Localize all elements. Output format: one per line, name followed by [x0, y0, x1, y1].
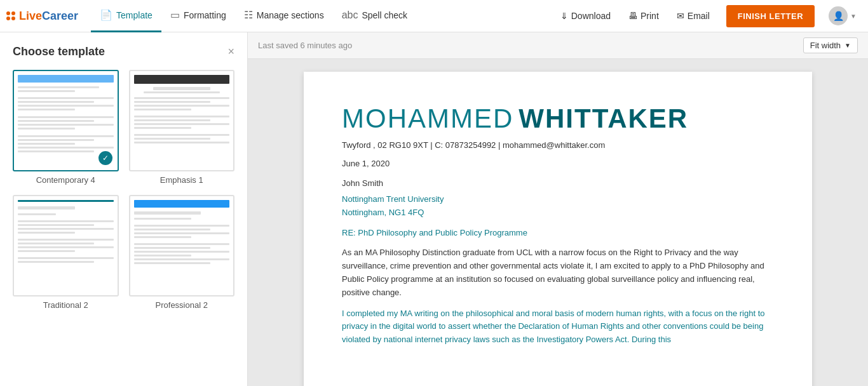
doc-body-paragraph1: As an MA Philosophy Distinction graduate… — [342, 246, 774, 299]
sections-icon: ☷ — [244, 9, 253, 21]
logo-dot-4 — [11, 17, 15, 20]
doc-body-paragraph2: I completed my MA writing on the philoso… — [342, 307, 774, 347]
avatar-button[interactable]: 👤 ▼ — [824, 6, 862, 25]
template-thumb-traditional2[interactable] — [13, 195, 119, 296]
doc-name-line: MOHAMMED WHITTAKER — [342, 103, 774, 134]
template-thumb-emphasis1[interactable] — [129, 70, 235, 171]
document-page: MOHAMMED WHITTAKER Twyford , 02 RG10 9XT… — [304, 72, 812, 386]
template-panel: Choose template × — [0, 32, 248, 386]
logo[interactable]: LiveCareer — [6, 10, 78, 23]
avatar: 👤 — [829, 6, 848, 25]
doc-re-line: RE: PhD Philosophy and Public Policy Pro… — [342, 228, 774, 237]
panel-title: Choose template — [13, 45, 105, 58]
content-area: Last saved 6 minutes ago Fit width ▼ MOH… — [248, 32, 868, 386]
email-label: Email — [688, 11, 710, 21]
spell-check-label: Spell check — [362, 10, 407, 20]
logo-dot-2 — [11, 11, 15, 15]
template-name-emphasis1: Emphasis 1 — [129, 175, 235, 185]
nav-template[interactable]: 📄 Template — [91, 0, 161, 32]
email-action[interactable]: ✉ Email — [669, 0, 717, 32]
main: Choose template × — [0, 32, 868, 386]
nav-manage-sections[interactable]: ☷ Manage sections — [235, 0, 333, 32]
doc-recipient-org: Nottingham Trent University — [342, 193, 774, 206]
close-panel-button[interactable]: × — [227, 45, 234, 58]
template-card-professional2[interactable]: Professional 2 — [129, 195, 235, 310]
logo-dot-3 — [6, 17, 10, 20]
download-action[interactable]: ⇓ Download — [553, 0, 618, 32]
nav-formatting[interactable]: ▭ Formatting — [161, 0, 235, 32]
panel-header: Choose template × — [13, 45, 234, 58]
template-card-traditional2[interactable]: Traditional 2 — [13, 195, 119, 310]
template-label: Template — [116, 10, 153, 20]
template-grid: ✓ Contemporary 4 — [13, 70, 234, 310]
fit-width-dropdown[interactable]: Fit width ▼ — [803, 37, 858, 53]
doc-recipient-name: John Smith — [342, 177, 774, 190]
doc-wrapper: MOHAMMED WHITTAKER Twyford , 02 RG10 9XT… — [248, 59, 868, 386]
email-icon: ✉ — [677, 11, 684, 21]
navbar: LiveCareer 📄 Template ▭ Formatting ☷ Man… — [0, 0, 868, 32]
selected-check-icon: ✓ — [98, 151, 112, 165]
nav-right: ⇓ Download 🖶 Print ✉ Email FINISH LETTER… — [553, 0, 862, 32]
template-thumb-professional2[interactable] — [129, 195, 235, 296]
template-card-contemporary4[interactable]: ✓ Contemporary 4 — [13, 70, 119, 185]
template-name-traditional2: Traditional 2 — [13, 300, 119, 310]
spellcheck-icon: abc — [342, 10, 358, 21]
print-label: Print — [641, 11, 659, 21]
formatting-icon: ▭ — [170, 9, 180, 21]
last-saved-text: Last saved 6 minutes ago — [258, 41, 352, 50]
manage-sections-label: Manage sections — [257, 10, 324, 20]
template-icon: 📄 — [100, 9, 112, 21]
logo-dot-1 — [6, 11, 10, 15]
fit-width-label: Fit width — [810, 41, 841, 50]
template-card-emphasis1[interactable]: Emphasis 1 — [129, 70, 235, 185]
finish-letter-button[interactable]: FINISH LETTER — [726, 5, 815, 27]
template-thumb-contemporary4[interactable]: ✓ — [13, 70, 119, 171]
doc-firstname: MOHAMMED — [342, 103, 513, 134]
nav-items: 📄 Template ▭ Formatting ☷ Manage section… — [91, 0, 553, 32]
avatar-chevron-icon: ▼ — [850, 13, 857, 20]
doc-contact: Twyford , 02 RG10 9XT | C: 07873254992 |… — [342, 140, 774, 150]
template-name-professional2: Professional 2 — [129, 300, 235, 310]
fit-width-chevron-icon: ▼ — [844, 42, 851, 49]
print-icon: 🖶 — [628, 11, 637, 21]
doc-date: June 1, 2020 — [342, 159, 774, 168]
download-icon: ⇓ — [560, 11, 568, 21]
nav-spell-check[interactable]: abc Spell check — [333, 0, 416, 32]
logo-dots — [6, 11, 15, 20]
formatting-label: Formatting — [184, 10, 226, 20]
print-action[interactable]: 🖶 Print — [621, 0, 667, 32]
template-name-contemporary4: Contemporary 4 — [13, 175, 119, 185]
doc-recipient-address: Nottingham, NG1 4FQ — [342, 206, 774, 220]
download-label: Download — [571, 11, 611, 21]
doc-lastname: WHITTAKER — [519, 103, 688, 134]
content-toolbar: Last saved 6 minutes ago Fit width ▼ — [248, 32, 868, 59]
logo-text: LiveCareer — [19, 10, 78, 23]
